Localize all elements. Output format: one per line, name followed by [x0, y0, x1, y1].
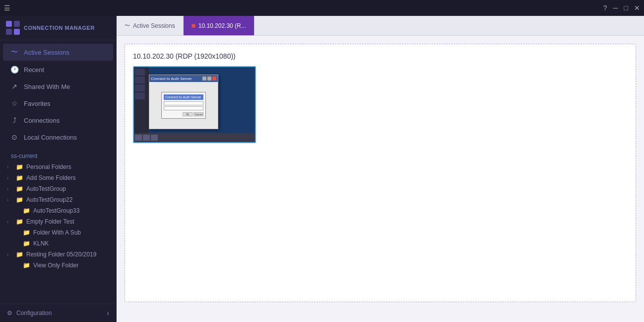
folder-icon: 📁 [23, 229, 30, 236]
sidebar-item-favorites[interactable]: ☆ Favorites [3, 95, 113, 111]
session-active-indicator [192, 24, 195, 28]
tab-label: Active Sessions [133, 22, 175, 29]
rdp-left-icon [135, 77, 145, 83]
chevron-icon: › [7, 164, 13, 170]
active-sessions-icon: 〜 [10, 48, 19, 57]
tree-item-klnk[interactable]: › 📁 KLNK [0, 238, 116, 249]
svg-rect-1 [14, 21, 20, 27]
chevron-icon: › [7, 252, 13, 257]
tree-item-empty-folder-test[interactable]: › 📁 Empty Folder Test [0, 216, 116, 227]
tree-item-label: ss-current [11, 153, 111, 160]
config-icon: ⚙ [7, 310, 12, 317]
sidebar-item-connections[interactable]: ⤴ Connections [3, 112, 113, 128]
tree-item-auto-test-group22[interactable]: › 📁 AutoTestGroup22 [0, 194, 116, 205]
favorites-icon: ☆ [10, 99, 19, 107]
rdp-window-maximize [207, 77, 211, 80]
svg-rect-3 [14, 29, 20, 35]
menu-icon[interactable]: ☰ [4, 4, 10, 12]
tree-item-auto-test-group[interactable]: › 📁 AutoTestGroup [0, 183, 116, 194]
sidebar-item-local-connections[interactable]: ⊙ Local Connections [3, 129, 113, 145]
sidebar-logo: CONNECTION MANAGER [0, 16, 116, 40]
minimize-icon[interactable]: ─ [613, 4, 618, 12]
folder-icon: 📁 [16, 196, 23, 203]
folder-icon: 📁 [16, 185, 23, 192]
close-icon[interactable]: ✕ [634, 4, 640, 12]
rdp-left-icon [135, 92, 145, 99]
rdp-left-panel [134, 67, 149, 133]
titlebar-left: ☰ [4, 4, 10, 12]
tree-item-label: AutoTestGroup22 [26, 196, 111, 203]
folder-icon: 📁 [23, 262, 30, 269]
folder-icon: 📁 [16, 251, 23, 258]
rdp-window-title-text: Connect to Auth Server [151, 77, 202, 81]
rdp-dialog-row [164, 101, 203, 105]
tree-item-resting-folder[interactable]: › 📁 Resting Folder 05/20/2019 [0, 249, 116, 260]
rdp-input-password [164, 106, 203, 110]
help-icon[interactable]: ? [603, 4, 607, 12]
tree-item-folder-with-a-sub[interactable]: › 📁 Folder With A Sub [0, 227, 116, 238]
tree-item-label: Personal Folders [26, 163, 111, 170]
maximize-icon[interactable]: □ [624, 4, 628, 12]
main-layout: CONNECTION MANAGER 〜 Active Sessions 🕐 R… [0, 16, 644, 322]
sidebar-item-recent[interactable]: 🕐 Recent [3, 62, 113, 78]
collapse-sidebar-button[interactable]: ‹ [107, 309, 109, 317]
tree-item-ss-current[interactable]: ss-current [0, 151, 116, 161]
tree-item-label: View Only Folder [33, 262, 111, 269]
rdp-thumbnail[interactable]: Connect to Auth Server [133, 66, 256, 143]
rdp-left-icon [135, 84, 145, 91]
app-logo-text: CONNECTION MANAGER [24, 25, 95, 31]
rdp-window-close [212, 77, 216, 80]
config-button[interactable]: ⚙ Configuration [7, 310, 52, 317]
folder-icon: 📁 [23, 240, 30, 247]
tree-item-label: AutoTestGroup [26, 185, 111, 192]
rdp-dialog-title: Connect to Auth Server [164, 94, 203, 100]
main-panel: 10.10.202.30 (RDP (1920x1080)) [117, 36, 644, 322]
connections-icon: ⤴ [10, 116, 19, 124]
app-logo-icon [6, 21, 20, 35]
rdp-window-buttons [202, 77, 216, 80]
svg-rect-0 [6, 21, 12, 27]
sidebar-tree: ss-current › 📁 Personal Folders › 📁 Add … [0, 149, 116, 304]
rdp-taskbar-icon [143, 135, 150, 141]
folder-icon: 📁 [16, 174, 23, 181]
tab-label: 10.10.202.30 (R... [198, 22, 246, 29]
sidebar-item-label: Favorites [24, 100, 50, 107]
folder-icon: 📁 [23, 207, 30, 214]
recent-icon: 🕐 [10, 66, 19, 74]
sidebar: CONNECTION MANAGER 〜 Active Sessions 🕐 R… [0, 16, 117, 322]
titlebar: ☰ ? ─ □ ✕ [0, 0, 644, 16]
tab-active-sessions[interactable]: 〜 Active Sessions [117, 16, 184, 35]
rdp-desktop: Connect to Auth Server [134, 67, 255, 133]
sidebar-item-shared-with-me[interactable]: ↗ Shared With Me [3, 79, 113, 94]
rdp-dialog: Connect to Auth Server [161, 92, 206, 119]
rdp-dialog-buttons: OK Cancel [164, 112, 203, 116]
rdp-taskbar-icon [151, 135, 158, 141]
tree-item-view-only-folder[interactable]: › 📁 View Only Folder [0, 260, 116, 271]
rdp-cancel-button: Cancel [193, 112, 203, 116]
sidebar-item-label: Connections [24, 117, 60, 124]
session-title: 10.10.202.30 (RDP (1920x1080)) [133, 52, 628, 60]
rdp-window: Connect to Auth Server [149, 75, 218, 129]
rdp-screen: Connect to Auth Server [134, 67, 255, 142]
session-panel: 10.10.202.30 (RDP (1920x1080)) [125, 44, 636, 302]
rdp-window-body: Connect to Auth Server [149, 82, 218, 129]
content-area: 〜 Active Sessions 10.10.202.30 (R... 10.… [117, 16, 644, 322]
rdp-window-title-bar: Connect to Auth Server [149, 75, 218, 82]
folder-icon: 📁 [16, 218, 23, 225]
sidebar-item-label: Recent [24, 66, 44, 74]
folder-icon: 📁 [16, 163, 23, 170]
tree-item-personal-folders[interactable]: › 📁 Personal Folders [0, 161, 116, 172]
rdp-bottom-bar [134, 133, 255, 142]
tree-item-label: Empty Folder Test [26, 218, 111, 225]
rdp-input-username [164, 101, 203, 105]
tree-item-add-some-folders[interactable]: › 📁 Add Some Folders [0, 172, 116, 183]
sidebar-item-label: Local Connections [24, 134, 77, 141]
rdp-dialog-content: OK Cancel [164, 101, 203, 116]
sidebar-footer: ⚙ Configuration ‹ [0, 304, 116, 322]
tree-item-label: Folder With A Sub [33, 229, 111, 236]
chevron-icon: › [7, 219, 13, 225]
tab-rdp-session[interactable]: 10.10.202.30 (R... [184, 16, 255, 35]
tree-item-auto-test-group33[interactable]: › 📁 AutoTestGroup33 [0, 205, 116, 216]
sidebar-item-active-sessions[interactable]: 〜 Active Sessions [3, 44, 113, 61]
chevron-icon: › [7, 186, 13, 192]
